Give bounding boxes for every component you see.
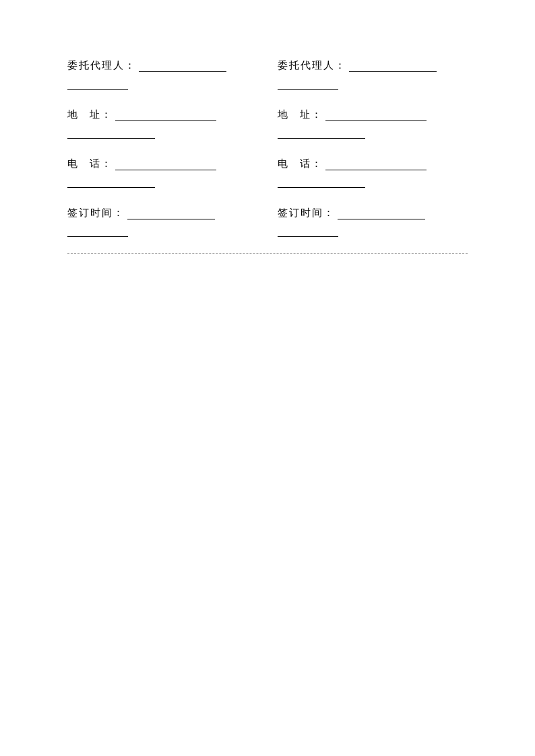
agent-left-label: 委托代理人： (67, 59, 136, 72)
sign-right-line: 签订时间： (278, 207, 468, 219)
agent-left: 委托代理人： (67, 59, 257, 90)
address-right-underline (325, 109, 427, 121)
section-divider (67, 253, 468, 254)
agent-left-cont (67, 77, 128, 90)
sign-right-underline (338, 207, 425, 219)
address-right-label1: 地 (278, 108, 289, 121)
agent-right-underline (349, 60, 437, 72)
sign-left-cont (67, 225, 128, 237)
page: 委托代理人： 委托代理人： 地 (0, 0, 535, 756)
agent-left-line: 委托代理人： (67, 59, 257, 72)
phone-left-label1: 电 (67, 158, 79, 170)
address-left-cont (67, 127, 155, 139)
agent-right-line: 委托代理人： (278, 59, 468, 72)
phone-right: 电 话： (257, 158, 468, 188)
sign-left-line: 签订时间： (67, 207, 257, 219)
phone-left-underline (115, 158, 216, 170)
sign-right: 签订时间： (257, 207, 468, 237)
address-right: 地 址： (257, 108, 468, 139)
phone-right-cont (278, 176, 365, 188)
phone-right-underline (325, 158, 427, 170)
address-left: 地 址： (67, 108, 257, 139)
address-left-underline (115, 109, 216, 121)
phone-left-cont (67, 176, 155, 188)
phone-right-label2: 话： (300, 158, 323, 170)
form-section: 委托代理人： 委托代理人： 地 (67, 47, 468, 254)
agent-right-cont (278, 77, 338, 90)
agent-row: 委托代理人： 委托代理人： (67, 47, 468, 90)
address-left-label2: 址： (90, 108, 113, 121)
phone-left-line: 电 话： (67, 158, 257, 170)
agent-left-underline (139, 60, 226, 72)
sign-left-underline (127, 207, 215, 219)
phone-left: 电 话： (67, 158, 257, 188)
phone-right-label1: 电 (278, 158, 289, 170)
agent-right: 委托代理人： (257, 59, 468, 90)
address-right-cont (278, 127, 365, 139)
phone-row: 电 话： 电 话： (67, 145, 468, 188)
sign-right-label: 签订时间： (278, 207, 335, 219)
phone-right-line: 电 话： (278, 158, 468, 170)
address-left-label1: 地 (67, 108, 79, 121)
address-right-label2: 址： (300, 108, 323, 121)
phone-left-label2: 话： (90, 158, 113, 170)
address-row: 地 址： 地 址： (67, 96, 468, 139)
address-right-line: 地 址： (278, 108, 468, 121)
sign-row: 签订时间： 签订时间： (67, 195, 468, 237)
sign-left: 签订时间： (67, 207, 257, 237)
sign-left-label: 签订时间： (67, 207, 125, 219)
agent-right-label: 委托代理人： (278, 59, 346, 72)
address-left-line: 地 址： (67, 108, 257, 121)
sign-right-cont (278, 225, 338, 237)
